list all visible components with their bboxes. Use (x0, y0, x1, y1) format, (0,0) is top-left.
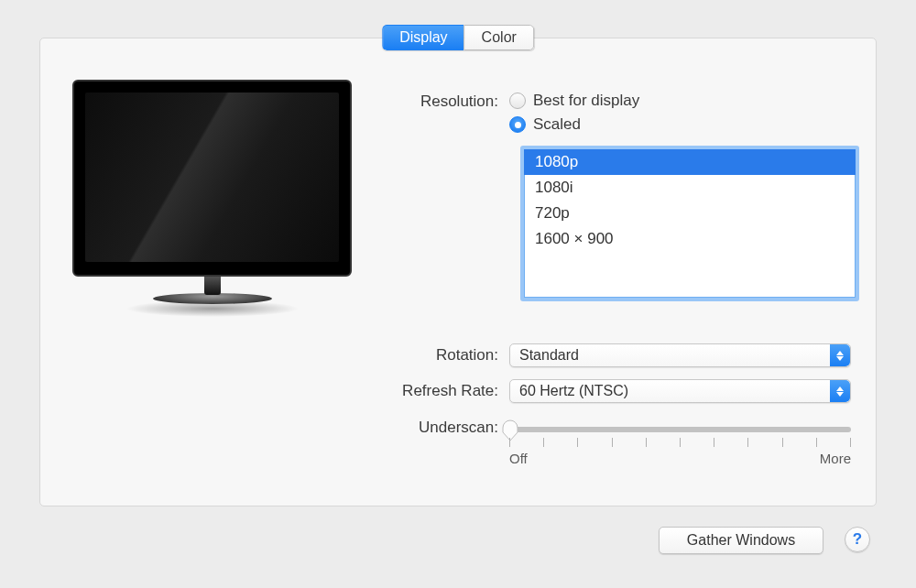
radio-label: Best for display (533, 92, 639, 110)
resolution-radio-best[interactable]: Best for display (509, 92, 639, 110)
refresh-rate-row: Refresh Rate: 60 Hertz (NTSC) (372, 379, 851, 403)
radio-icon (509, 93, 526, 109)
chevron-up-down-icon (830, 344, 850, 366)
tv-preview-image (72, 80, 352, 327)
refresh-rate-label: Refresh Rate: (372, 381, 509, 401)
tab-segmented-control: Display Color (382, 25, 534, 50)
list-item[interactable]: 1600 × 900 (524, 226, 856, 252)
underscan-label: Underscan: (372, 419, 509, 436)
resolution-radio-scaled[interactable]: Scaled (509, 115, 639, 134)
rotation-select[interactable]: Standard (509, 343, 851, 367)
rotation-label: Rotation: (372, 345, 509, 365)
underscan-min-label: Off (509, 451, 528, 466)
resolution-label: Resolution: (372, 92, 509, 112)
refresh-rate-value: 60 Hertz (NTSC) (519, 383, 628, 399)
rotation-value: Standard (519, 347, 579, 364)
question-mark-icon: ? (853, 530, 862, 549)
list-item[interactable]: 720p (524, 201, 856, 226)
tab-display[interactable]: Display (382, 25, 463, 50)
list-item[interactable]: 1080p (524, 149, 856, 175)
refresh-rate-select[interactable]: 60 Hertz (NTSC) (509, 379, 851, 403)
radio-label: Scaled (533, 115, 581, 134)
rotation-row: Rotation: Standard (372, 343, 851, 367)
resolution-scaled-listbox[interactable]: 1080p 1080i 720p 1600 × 900 (520, 146, 859, 301)
display-panel: Display Color Resolution: Best for displ… (39, 38, 877, 506)
list-item[interactable]: 1080i (524, 175, 856, 201)
chevron-up-down-icon (830, 380, 850, 402)
underscan-row: Underscan: Off More (372, 419, 851, 466)
underscan-max-label: More (820, 451, 851, 466)
underscan-slider[interactable]: Off More (509, 419, 851, 466)
resolution-row: Resolution: Best for display Scaled (372, 92, 639, 134)
slider-ticks (509, 438, 851, 449)
radio-icon (509, 116, 526, 133)
gather-windows-button[interactable]: Gather Windows (659, 527, 823, 554)
tab-color[interactable]: Color (464, 25, 534, 50)
help-button[interactable]: ? (845, 527, 870, 552)
resolution-radio-group: Best for display Scaled (509, 92, 639, 134)
